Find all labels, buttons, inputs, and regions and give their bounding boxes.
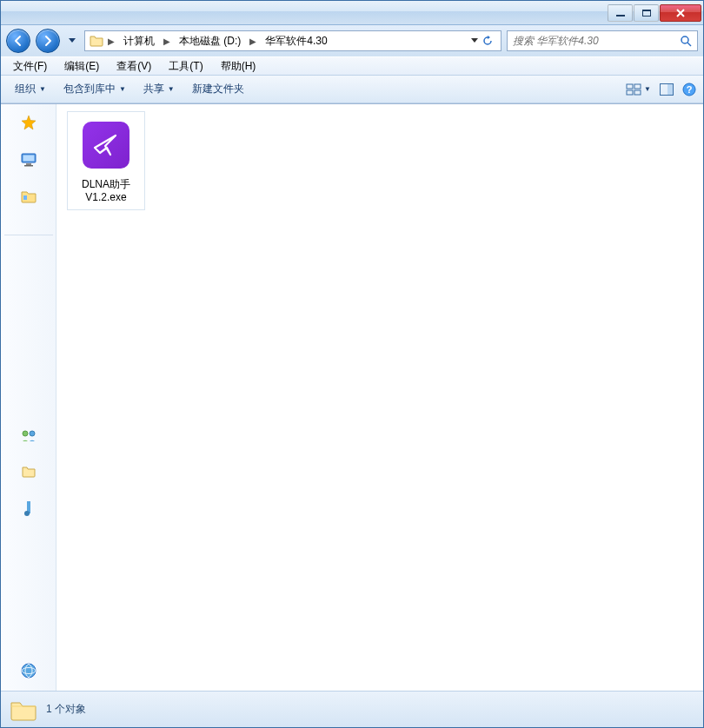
svg-rect-10 (23, 156, 34, 162)
svg-rect-1 (627, 84, 633, 89)
menu-tools[interactable]: 工具(T) (160, 57, 211, 76)
chevron-right-icon[interactable]: ▶ (248, 36, 258, 46)
chevron-down-icon: ▼ (119, 85, 126, 93)
explorer-window: ▶ 计算机 ▶ 本地磁盘 (D:) ▶ 华军软件4.30 文件(F) 编辑(E)… (0, 0, 704, 728)
search-input[interactable] (513, 35, 674, 47)
help-button[interactable]: ? (682, 83, 696, 96)
minimize-button[interactable] (608, 4, 633, 22)
navigation-pane (1, 104, 56, 691)
folder-icon (10, 698, 37, 722)
divider (4, 235, 53, 235)
titlebar (1, 1, 703, 25)
chevron-right-icon[interactable]: ▶ (106, 36, 116, 46)
share-button[interactable]: 共享 ▼ (136, 79, 182, 99)
svg-rect-3 (627, 90, 633, 95)
back-button[interactable] (6, 29, 30, 53)
file-item[interactable]: DLNA助手 V1.2.exe (67, 111, 145, 210)
file-name-line1: DLNA助手 (82, 178, 130, 190)
menu-edit[interactable]: 编辑(E) (56, 57, 108, 76)
svg-point-17 (24, 511, 30, 516)
crumb-drive[interactable]: 本地磁盘 (D:) (174, 31, 246, 50)
file-name-line2: V1.2.exe (85, 191, 126, 203)
menu-bar: 文件(F) 编辑(E) 查看(V) 工具(T) 帮助(H) (1, 56, 703, 76)
search-box[interactable] (507, 30, 698, 51)
file-thumbnail (78, 117, 134, 173)
file-list-area[interactable]: DLNA助手 V1.2.exe (56, 104, 703, 691)
favorites-icon[interactable] (21, 115, 37, 130)
forward-button[interactable] (36, 29, 60, 53)
view-mode-button[interactable]: ▼ (626, 83, 651, 96)
crumb-computer[interactable]: 计算机 (118, 31, 160, 50)
svg-point-0 (681, 36, 688, 43)
chevron-down-icon: ▼ (39, 85, 46, 93)
computer-icon[interactable] (21, 153, 37, 167)
preview-pane-button[interactable] (660, 83, 674, 96)
organize-label: 组织 (15, 82, 36, 96)
svg-rect-6 (667, 84, 673, 95)
share-label: 共享 (143, 82, 164, 96)
breadcrumb-bar[interactable]: ▶ 计算机 ▶ 本地磁盘 (D:) ▶ 华军软件4.30 (84, 30, 501, 51)
command-bar: 组织 ▼ 包含到库中 ▼ 共享 ▼ 新建文件夹 ▼ ? (1, 76, 703, 103)
recent-history-dropdown[interactable] (65, 29, 79, 53)
svg-point-18 (22, 664, 36, 678)
crumb-folder[interactable]: 华军软件4.30 (260, 31, 332, 50)
menu-help[interactable]: 帮助(H) (212, 57, 265, 76)
status-text: 1 个对象 (46, 702, 86, 717)
pictures-icon[interactable] (22, 465, 36, 479)
menu-file[interactable]: 文件(F) (4, 57, 56, 76)
chevron-right-icon[interactable]: ▶ (162, 36, 172, 46)
svg-text:?: ? (687, 84, 693, 95)
libraries-icon[interactable] (21, 189, 37, 203)
status-bar: 1 个对象 (1, 691, 703, 727)
svg-point-14 (23, 431, 28, 436)
chevron-down-icon[interactable] (471, 38, 478, 43)
chevron-down-icon: ▼ (644, 85, 651, 93)
svg-rect-2 (634, 84, 641, 89)
app-icon (83, 122, 130, 169)
svg-rect-4 (634, 90, 641, 95)
file-name-label: DLNA助手 V1.2.exe (82, 178, 130, 204)
new-folder-label: 新建文件夹 (192, 82, 244, 96)
homegroup-icon[interactable] (21, 428, 37, 442)
svg-point-15 (30, 431, 35, 436)
include-label: 包含到库中 (63, 82, 116, 96)
close-button[interactable] (660, 4, 701, 22)
refresh-icon[interactable] (482, 35, 494, 47)
search-icon[interactable] (680, 35, 692, 47)
svg-rect-11 (26, 163, 31, 165)
new-folder-button[interactable]: 新建文件夹 (185, 79, 251, 99)
organize-button[interactable]: 组织 ▼ (8, 79, 53, 99)
include-in-library-button[interactable]: 包含到库中 ▼ (56, 79, 133, 99)
maximize-button[interactable] (634, 4, 659, 22)
body-panel: DLNA助手 V1.2.exe (1, 103, 703, 691)
menu-view[interactable]: 查看(V) (108, 57, 160, 76)
svg-rect-12 (24, 165, 33, 167)
network-icon[interactable] (21, 663, 37, 678)
music-icon[interactable] (23, 501, 34, 517)
chevron-down-icon: ▼ (168, 85, 175, 93)
svg-rect-13 (23, 195, 27, 200)
folder-icon (89, 33, 104, 49)
address-bar-row: ▶ 计算机 ▶ 本地磁盘 (D:) ▶ 华军软件4.30 (1, 25, 703, 56)
